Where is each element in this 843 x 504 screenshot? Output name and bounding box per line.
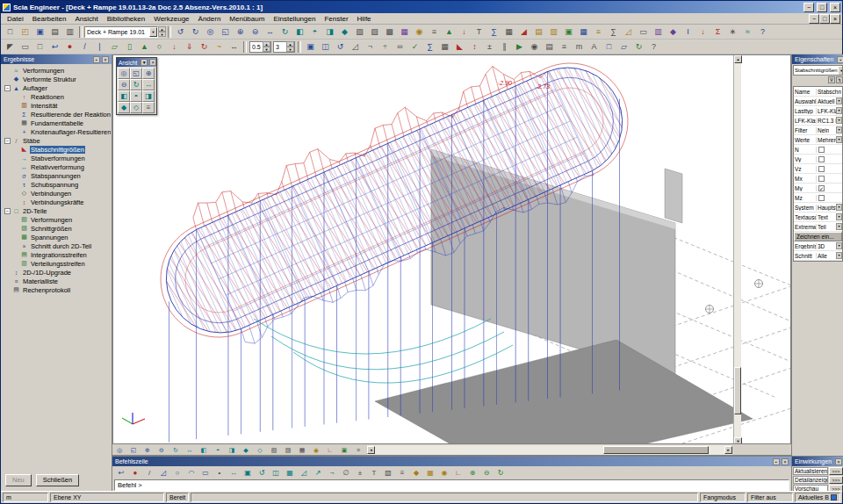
- refresh-icon[interactable]: ↯: [836, 76, 843, 83]
- menu-item[interactable]: Einstellungen: [269, 15, 320, 23]
- tree-expander-icon[interactable]: −: [4, 208, 11, 214]
- wireframe-icon[interactable]: ▧: [352, 25, 367, 39]
- new-window-icon[interactable]: □: [602, 40, 616, 54]
- menu-item[interactable]: Bearbeiten: [28, 15, 71, 23]
- print-icon[interactable]: ▤: [47, 25, 62, 39]
- pan-icon[interactable]: ↔: [263, 25, 277, 39]
- select-rectangle-icon[interactable]: ▭: [18, 40, 32, 54]
- show-labels-icon[interactable]: T: [472, 25, 486, 39]
- hidden-lines-icon[interactable]: ▩: [382, 25, 397, 39]
- layer-combo[interactable]: Deck + Rampe 19.01 ▼: [84, 26, 158, 38]
- move-entity-icon[interactable]: ↔: [227, 40, 241, 54]
- layers-icon[interactable]: ≡: [427, 25, 442, 39]
- mdi-close-button[interactable]: ×: [830, 14, 840, 24]
- menu-item[interactable]: Menübaum: [225, 15, 269, 23]
- cmd-zoom-out-icon[interactable]: ⊖: [479, 467, 494, 479]
- mesh-settings-icon[interactable]: ▦: [437, 40, 452, 54]
- decimal-places-spinner[interactable]: 3 ▲▼: [273, 41, 295, 53]
- close-icon[interactable]: ×: [835, 458, 842, 465]
- vp-axo-view-icon[interactable]: ◆: [239, 444, 253, 455]
- cmd-regen-icon[interactable]: ↻: [494, 467, 508, 479]
- menu-item[interactable]: Datei: [3, 15, 28, 23]
- view-zoom-window-icon[interactable]: ◱: [130, 68, 142, 79]
- tree-item-stabspannungen[interactable]: σStabspannungen: [3, 171, 111, 180]
- cmd-move-icon[interactable]: ↔: [227, 467, 241, 479]
- menu-item[interactable]: Hilfe: [353, 15, 376, 23]
- checkbox-icon[interactable]: [818, 195, 825, 201]
- materials-icon[interactable]: ◆: [666, 25, 681, 39]
- checkbox-icon[interactable]: [818, 147, 825, 153]
- vp-pan-icon[interactable]: ↔: [183, 444, 197, 455]
- vp-top-view-icon[interactable]: ◓: [211, 444, 225, 455]
- tree-item-intensität[interactable]: ▥Intensität: [3, 101, 111, 110]
- animation-icon[interactable]: ▶: [512, 40, 527, 54]
- spin-down-icon[interactable]: ▼: [286, 47, 294, 52]
- vp-rotate-icon[interactable]: ↻: [169, 444, 183, 455]
- cmd-escape-icon[interactable]: ↩: [114, 467, 128, 479]
- scroll-left-icon[interactable]: ◄: [367, 446, 375, 454]
- property-value[interactable]: [817, 145, 842, 154]
- menu-item[interactable]: Werkzeuge: [149, 15, 193, 23]
- property-value[interactable]: Text▼: [817, 212, 842, 221]
- view-side-icon[interactable]: ◨: [322, 25, 337, 39]
- add-hinge-icon[interactable]: ○: [152, 40, 167, 54]
- property-section-zeichnen-ein[interactable]: Zeichnen ein...: [794, 232, 842, 241]
- tree-expander-icon[interactable]: −: [4, 138, 11, 144]
- zoom-out-icon[interactable]: ⊖: [248, 25, 263, 39]
- vp-side-view-icon[interactable]: ◨: [225, 444, 239, 455]
- checkbox-icon[interactable]: [818, 176, 825, 182]
- cmd-dimension-icon[interactable]: ±: [353, 467, 367, 479]
- select-pointer-icon[interactable]: ◤: [3, 40, 18, 54]
- cmd-layer-icon[interactable]: ≡: [395, 467, 409, 479]
- add-beam-icon[interactable]: /: [77, 40, 92, 54]
- view-front-icon[interactable]: ◧: [292, 25, 307, 39]
- menu-item[interactable]: Ansicht: [70, 15, 102, 23]
- zoom-in-icon[interactable]: ⊕: [233, 25, 248, 39]
- zoom-all-icon[interactable]: ◎: [203, 25, 218, 39]
- print-preview-icon[interactable]: ▥: [62, 25, 77, 39]
- status-active-item-segment[interactable]: Aktuelles B: [795, 493, 840, 502]
- show-supports-icon[interactable]: ▲: [442, 25, 457, 39]
- deselect-icon[interactable]: □: [32, 40, 47, 54]
- scroll-up-icon[interactable]: ▲: [734, 55, 742, 63]
- new-button[interactable]: Neu: [5, 474, 32, 486]
- cmd-circle-icon[interactable]: ○: [170, 467, 184, 479]
- view-zoom-all-icon[interactable]: ◎: [118, 68, 130, 79]
- mdi-restore-button[interactable]: □: [819, 14, 830, 24]
- property-value[interactable]: RC1.3 Rampe▼: [817, 116, 842, 125]
- minimize-button[interactable]: −: [803, 3, 814, 12]
- dropdown-icon[interactable]: ▼: [836, 213, 842, 220]
- property-value[interactable]: ✓: [817, 184, 842, 192]
- help-icon[interactable]: ?: [755, 25, 770, 39]
- property-value[interactable]: Alle▼: [817, 251, 842, 260]
- tree-item-relativverformung[interactable]: ↔Relativverformung: [3, 162, 111, 171]
- vp-ucs-icon[interactable]: ∟: [323, 444, 337, 455]
- view-top-icon[interactable]: ◓: [307, 25, 322, 39]
- cmd-zoom-in-icon[interactable]: ⊕: [465, 467, 479, 479]
- check-structure-icon[interactable]: ✓: [407, 40, 422, 54]
- scrollbar-thumb[interactable]: [734, 367, 741, 414]
- property-value[interactable]: Nein▼: [817, 126, 842, 134]
- undo-icon[interactable]: ↺: [173, 25, 188, 39]
- scrollbar-track[interactable]: [734, 63, 741, 437]
- action-button[interactable]: >>>: [829, 476, 843, 484]
- table-icon[interactable]: ▦: [576, 25, 591, 39]
- cmd-line-icon[interactable]: /: [142, 467, 156, 479]
- clipping-box-icon[interactable]: ▦: [397, 25, 412, 39]
- cross-sections-icon[interactable]: I: [681, 25, 695, 39]
- property-value[interactable]: Teil▼: [817, 222, 842, 231]
- property-value[interactable]: [817, 193, 842, 202]
- cmd-text-icon[interactable]: T: [367, 467, 381, 479]
- language-icon[interactable]: A: [587, 40, 602, 54]
- menu-item[interactable]: Fenster: [320, 15, 352, 23]
- maximize-button[interactable]: □: [817, 3, 827, 12]
- tree-item-verteilungsstreifen[interactable]: ▥Verteilungsstreifen: [3, 259, 111, 268]
- property-value[interactable]: [817, 155, 842, 163]
- vp-zoom-window-icon[interactable]: ◱: [126, 444, 140, 455]
- tree-item-schubspannung[interactable]: τSchubspannung: [3, 180, 111, 189]
- pin-icon[interactable]: ▪: [837, 56, 843, 63]
- rotate-entity-icon[interactable]: ↺: [333, 40, 348, 54]
- cmd-point-icon[interactable]: •: [213, 467, 227, 479]
- tree-item-2d-teile[interactable]: −□2D-Teile: [3, 206, 111, 215]
- property-value[interactable]: [817, 164, 842, 173]
